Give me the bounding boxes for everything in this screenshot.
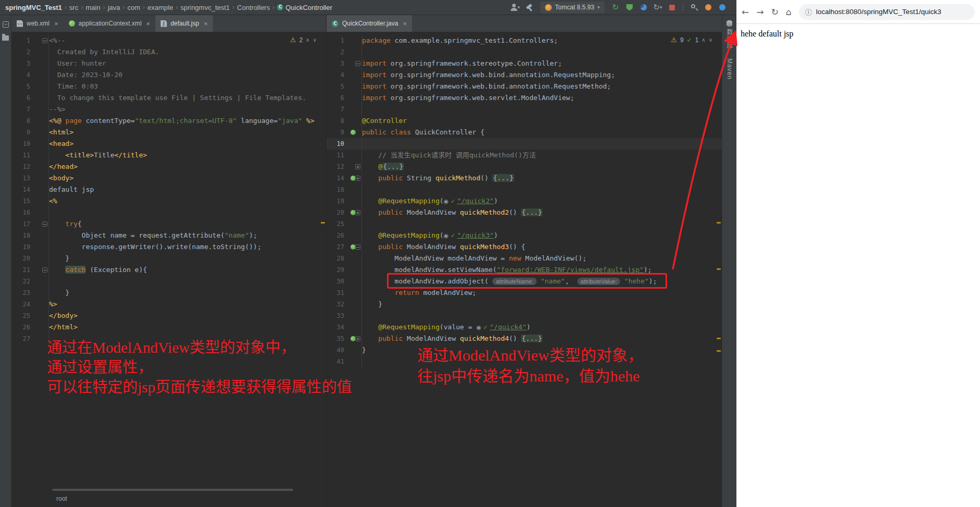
- breadcrumb-item[interactable]: springMVC_Test1: [5, 0, 62, 15]
- fold-toggle-icon[interactable]: +: [355, 164, 360, 169]
- code-line-34[interactable]: 34 @RequestMapping(value = ◉ ✓ "/quick4"…: [326, 321, 722, 333]
- code-line-10[interactable]: 10<head>: [11, 138, 326, 150]
- spring-bean-icon[interactable]: [350, 130, 356, 135]
- code-line-26[interactable]: 26</html>: [11, 321, 326, 333]
- back-icon[interactable]: ←: [742, 7, 749, 17]
- breadcrumb-item[interactable]: java: [107, 0, 120, 15]
- code-line-25[interactable]: 25: [326, 218, 722, 230]
- code-line-23[interactable]: 23 }: [11, 287, 326, 299]
- stop-button[interactable]: [667, 2, 676, 13]
- user-avatar-icon[interactable]: ▾: [511, 2, 520, 13]
- code-line-22[interactable]: 22: [11, 276, 326, 287]
- fold-toggle-icon[interactable]: −: [42, 221, 47, 227]
- next-issue-icon[interactable]: ∨: [313, 37, 317, 43]
- code-line-25[interactable]: 25</body>: [11, 310, 326, 321]
- prev-issue-icon[interactable]: ∧: [306, 37, 309, 43]
- folder-icon[interactable]: [2, 35, 9, 41]
- code-line-20[interactable]: 20 }: [11, 253, 326, 264]
- fold-toggle-icon[interactable]: +: [355, 210, 360, 215]
- close-icon[interactable]: ×: [204, 20, 208, 28]
- fold-toggle-icon[interactable]: +: [355, 176, 360, 181]
- code-line-5[interactable]: 5import org.springframework.web.bind.ann…: [326, 81, 722, 92]
- code-line-20[interactable]: 20+ public ModelAndView quickMethod2() {…: [326, 207, 722, 218]
- breadcrumb-item[interactable]: main: [86, 0, 100, 15]
- code-line-3[interactable]: 3 User: hunter: [11, 58, 326, 69]
- ide-update-icon[interactable]: [704, 2, 713, 13]
- code-line-6[interactable]: 6import org.springframework.web.servlet.…: [326, 92, 722, 104]
- code-line-14[interactable]: 14+ public String quickMethod() {...}: [326, 172, 722, 184]
- fold-toggle-icon[interactable]: −: [42, 267, 47, 273]
- notification-icon[interactable]: [718, 2, 727, 13]
- code-line-26[interactable]: 26 @RequestMapping(◉ ✓ "/quick3"): [326, 230, 722, 241]
- code-editor-java[interactable]: 1package com.example.springmvc_test1.Con…: [326, 32, 722, 507]
- code-line-19[interactable]: 19 @RequestMapping(◉ ✓ "/quick2"): [326, 195, 722, 207]
- build-hammer-icon[interactable]: [525, 2, 534, 13]
- editor-tab[interactable]: CQuickController.java×: [326, 15, 412, 32]
- coverage-button[interactable]: [625, 2, 634, 13]
- inspections-widget[interactable]: ⚠ 2 ∧ ∨: [290, 36, 317, 44]
- code-line-27[interactable]: 27− public ModelAndView quickMethod3() {: [326, 241, 722, 253]
- breadcrumb-item[interactable]: com: [127, 0, 140, 15]
- address-bar[interactable]: ⓘ localhost:8080/springMVC_Test1/quick3: [799, 4, 975, 20]
- code-line-11[interactable]: 11 <title>Title</title>: [11, 150, 326, 161]
- code-line-6[interactable]: 6 To change this template use File | Set…: [11, 92, 326, 104]
- code-editor-jsp[interactable]: 1−<%--2 Created by IntelliJ IDEA.3 User:…: [11, 32, 326, 507]
- code-line-15[interactable]: 15<%: [11, 195, 326, 207]
- breadcrumb-item[interactable]: src: [69, 0, 78, 15]
- code-line-2[interactable]: 2 Created by IntelliJ IDEA.: [11, 46, 326, 58]
- close-icon[interactable]: ×: [403, 20, 407, 28]
- home-icon[interactable]: ⌂: [786, 7, 792, 17]
- code-line-8[interactable]: 8<%@ page contentType="text/html;charset…: [11, 115, 326, 127]
- forward-icon[interactable]: →: [756, 7, 764, 17]
- code-line-28[interactable]: 28 ModelAndView modelAndView = new Model…: [326, 253, 722, 264]
- code-line-9[interactable]: 9<html>: [11, 127, 326, 138]
- close-icon[interactable]: ×: [54, 20, 58, 28]
- code-line-9[interactable]: 9public class QuickController {: [326, 127, 722, 138]
- search-everywhere-icon[interactable]: [689, 2, 699, 13]
- rerun-button[interactable]: ↻: [611, 2, 620, 13]
- fold-toggle-icon[interactable]: −: [355, 61, 360, 66]
- site-info-icon[interactable]: ⓘ: [805, 7, 812, 17]
- code-line-4[interactable]: 4 Date: 2023-10-20: [11, 69, 326, 81]
- editor-tab[interactable]: Jdefault.jsp×: [155, 15, 213, 32]
- editor-tab[interactable]: applicationContext.xml×: [64, 15, 155, 32]
- code-line-14[interactable]: 14default jsp: [11, 184, 326, 195]
- project-structure-icon[interactable]: [3, 21, 9, 28]
- fold-toggle-icon[interactable]: +: [355, 336, 360, 341]
- editor-tab[interactable]: <>web.xml×: [11, 15, 64, 32]
- close-icon[interactable]: ×: [146, 20, 150, 28]
- breadcrumb-item[interactable]: CQuickController: [277, 0, 332, 15]
- code-line-5[interactable]: 5 Time: 0:03: [11, 81, 326, 92]
- horizontal-scrollbar[interactable]: [52, 489, 293, 491]
- breadcrumb-item[interactable]: Controllers: [237, 0, 270, 15]
- code-line-12[interactable]: 12+ @{...}: [326, 161, 722, 172]
- run-configuration-select[interactable]: Tomcat 8.5.93 ▾: [540, 2, 604, 13]
- code-line-10[interactable]: 10: [326, 138, 722, 150]
- tag-breadcrumb[interactable]: root: [56, 495, 67, 502]
- next-issue-icon[interactable]: ∨: [709, 37, 712, 43]
- code-line-1[interactable]: 1−<%--: [11, 35, 326, 46]
- code-line-31[interactable]: 31 return modelAndView;: [326, 287, 722, 299]
- restart-server-button[interactable]: ↻▾: [653, 2, 662, 13]
- code-line-17[interactable]: 17− try{: [11, 218, 326, 230]
- code-line-35[interactable]: 35+ public ModelAndView quickMethod4() {…: [326, 333, 722, 344]
- code-line-18[interactable]: 18: [326, 184, 722, 195]
- inspections-widget[interactable]: ⚠ 9 ✓ 1 ∧ ∨: [671, 36, 712, 44]
- fold-toggle-icon[interactable]: −: [355, 244, 360, 250]
- code-line-7[interactable]: 7--%>: [11, 104, 326, 115]
- maven-tool-button[interactable]: Maven: [726, 58, 733, 80]
- code-line-3[interactable]: 3−import org.springframework.stereotype.…: [326, 58, 722, 69]
- code-line-21[interactable]: 21− catch (Exception e){: [11, 264, 326, 276]
- fold-toggle-icon[interactable]: −: [42, 38, 47, 43]
- breadcrumb-item[interactable]: example: [148, 0, 173, 15]
- code-line-11[interactable]: 11 // 当发生quick请求时 调用quickMethod()方法: [326, 150, 722, 161]
- profiler-button[interactable]: [639, 2, 648, 13]
- reload-icon[interactable]: ↻: [771, 7, 779, 17]
- code-line-32[interactable]: 32 }: [326, 299, 722, 310]
- code-line-4[interactable]: 4import org.springframework.web.bind.ann…: [326, 69, 722, 81]
- code-line-16[interactable]: 16: [11, 207, 326, 218]
- code-line-13[interactable]: 13<body>: [11, 172, 326, 184]
- code-line-33[interactable]: 33: [326, 310, 722, 321]
- code-line-1[interactable]: 1package com.example.springmvc_test1.Con…: [326, 35, 722, 46]
- code-line-19[interactable]: 19 response.getWriter().write(name.toStr…: [11, 241, 326, 253]
